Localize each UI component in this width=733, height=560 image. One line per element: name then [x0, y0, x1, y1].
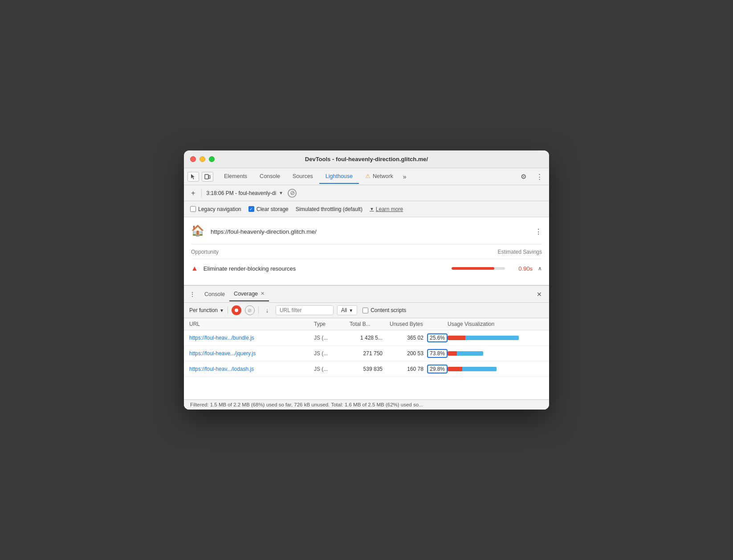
row2-type: JS (...	[314, 350, 350, 357]
lh-warning-icon: ▲	[191, 264, 198, 272]
traffic-lights	[190, 156, 215, 162]
lh-table-header: Opportunity Estimated Savings	[191, 244, 542, 259]
coverage-table-header: URL Type Total B... Unused Bytes Usage V…	[184, 318, 549, 330]
row1-url: https://foul-heav.../bundle.js	[189, 335, 314, 341]
lighthouse-section: 🏠 https://foul-heavenly-direction.glitch…	[184, 217, 549, 285]
learn-more-button[interactable]: ▼ Learn more	[370, 206, 403, 212]
lh-opportunity-row[interactable]: ▲ Eliminate render-blocking resources 0.…	[191, 259, 542, 278]
coverage-table: URL Type Total B... Unused Bytes Usage V…	[184, 318, 549, 399]
cov-divider-1	[228, 307, 228, 314]
row2-percent: 73.8%	[427, 349, 448, 358]
lh-savings-value: 0.90s	[510, 265, 533, 272]
cov-divider-2	[258, 307, 259, 314]
warning-icon: ⚠	[365, 173, 371, 179]
per-function-arrow-icon: ▼	[220, 308, 224, 313]
row1-usage-bar	[448, 336, 519, 340]
tab-bar: Elements Console Sources Lighthouse ⚠ Ne…	[184, 168, 549, 185]
opportunity-column-header: Opportunity	[191, 249, 219, 255]
row2-usage-bar	[448, 351, 483, 356]
more-options-icon[interactable]: ⋮	[533, 170, 546, 183]
col-unused-bytes: Unused Bytes	[390, 321, 448, 327]
col-usage-vis: Usage Visualization	[448, 321, 544, 327]
cursor-icon[interactable]	[187, 172, 199, 182]
legacy-navigation-checkbox[interactable]: Legacy navigation	[190, 206, 241, 212]
row1-type: JS (...	[314, 335, 350, 341]
url-dropdown-icon[interactable]: ▼	[279, 191, 283, 195]
legacy-navigation-label: Legacy navigation	[198, 206, 241, 212]
row3-unused-bytes: 160 78	[407, 366, 425, 372]
settings-icon[interactable]: ⚙	[517, 170, 529, 183]
devtools-window: DevTools - foul-heavenly-direction.glitc…	[184, 150, 549, 410]
lh-savings-bar	[452, 267, 505, 270]
toolbar-divider	[201, 189, 202, 197]
lh-url-bar: 🏠 https://foul-heavenly-direction.glitch…	[191, 224, 542, 244]
tab-console[interactable]: Console	[253, 170, 286, 184]
row2-unused-bytes: 200 53	[407, 350, 425, 357]
table-row[interactable]: https://foul-heav.../bundle.js JS (... 1…	[184, 330, 549, 346]
throttling-label: Simulated throttling (default)	[296, 206, 362, 212]
tab-network[interactable]: ⚠ Network	[359, 169, 399, 184]
col-total-bytes: Total B...	[350, 321, 390, 327]
row3-type: JS (...	[314, 366, 350, 372]
svg-rect-0	[205, 174, 208, 179]
stop-icon[interactable]: ⊘	[288, 189, 297, 198]
row3-total: 539 835	[350, 366, 390, 372]
clear-storage-checkbox[interactable]: ✓ Clear storage	[248, 206, 289, 212]
content-scripts-checkbox-box	[362, 308, 368, 313]
tab-more-button[interactable]: »	[399, 171, 410, 182]
tab-list: Elements Console Sources Lighthouse ⚠ Ne…	[218, 169, 513, 184]
per-function-dropdown[interactable]: Per function ▼	[189, 307, 224, 313]
lh-bar-fill	[452, 267, 494, 270]
clear-storage-label: Clear storage	[257, 206, 289, 212]
all-dropdown-arrow-icon: ▼	[349, 308, 353, 313]
row2-total: 271 750	[350, 350, 390, 357]
row3-unused: 160 78 29.8%	[390, 365, 448, 373]
add-button[interactable]: +	[189, 189, 197, 197]
lh-menu-icon[interactable]: ⋮	[535, 227, 542, 236]
coverage-tab[interactable]: Coverage ✕	[229, 287, 269, 301]
coverage-panel: ⋮ Console Coverage ✕ ✕ Per function ▼ ⊘ …	[184, 285, 549, 410]
panel-menu-icon[interactable]: ⋮	[189, 291, 195, 298]
tab-sources[interactable]: Sources	[286, 170, 319, 184]
content-scripts-checkbox[interactable]: Content scripts	[362, 307, 406, 313]
tab-lighthouse[interactable]: Lighthouse	[319, 170, 359, 184]
download-button[interactable]: ↓	[262, 305, 272, 315]
row3-used-bar	[448, 367, 462, 371]
lh-url-text: https://foul-heavenly-direction.glitch.m…	[211, 228, 529, 235]
learn-more-label[interactable]: Learn more	[376, 206, 403, 212]
stop-button[interactable]: ⊘	[245, 305, 255, 315]
maximize-button[interactable]	[209, 156, 215, 162]
tab-elements[interactable]: Elements	[218, 170, 253, 184]
row3-usage-bar	[448, 367, 497, 371]
table-row[interactable]: https://foul-heav.../lodash.js JS (... 5…	[184, 361, 549, 377]
status-bar-text: Filtered: 1.5 MB of 2.2 MB (68%) used so…	[190, 402, 423, 407]
col-url: URL	[189, 321, 314, 327]
table-empty-space	[184, 377, 549, 399]
row1-percent: 25.6%	[427, 333, 448, 342]
coverage-header: ⋮ Console Coverage ✕ ✕	[184, 286, 549, 303]
window-title: DevTools - foul-heavenly-direction.glitc…	[305, 156, 428, 162]
record-button[interactable]	[232, 305, 241, 315]
options-bar: Legacy navigation ✓ Clear storage Simula…	[184, 201, 549, 217]
url-filter-input[interactable]	[276, 305, 334, 315]
table-row[interactable]: https://foul-heave.../jquery.js JS (... …	[184, 346, 549, 361]
panel-close-button[interactable]: ✕	[535, 290, 544, 299]
dropdown-arrow-icon: ▼	[370, 207, 374, 211]
row1-unused-bytes: 365 02	[407, 335, 425, 341]
row2-unused-bar	[457, 351, 483, 356]
url-area: 3:18:06 PM - foul-heavenly-di ▼	[206, 190, 283, 196]
timestamp-url-text: 3:18:06 PM - foul-heavenly-di	[206, 190, 276, 196]
lh-expand-icon[interactable]: ∧	[538, 265, 542, 272]
title-bar: DevTools - foul-heavenly-direction.glitc…	[184, 150, 549, 168]
minimize-button[interactable]	[200, 156, 205, 162]
console-tab[interactable]: Console	[200, 288, 229, 301]
row2-unused: 200 53 73.8%	[390, 349, 448, 358]
close-button[interactable]	[190, 156, 196, 162]
lighthouse-logo-icon: 🏠	[191, 224, 205, 239]
row2-url: https://foul-heave.../jquery.js	[189, 350, 314, 357]
per-function-label: Per function	[189, 307, 218, 313]
all-dropdown[interactable]: All ▼	[337, 305, 357, 315]
row3-unused-bar	[462, 367, 497, 371]
device-toggle-icon[interactable]	[202, 172, 213, 182]
coverage-tab-close-icon[interactable]: ✕	[261, 291, 265, 296]
